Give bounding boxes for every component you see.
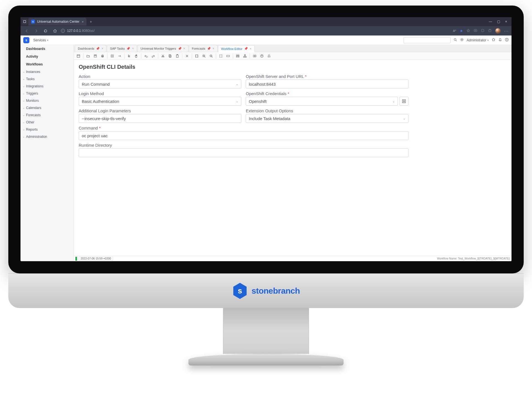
app-logo-icon[interactable]: s bbox=[23, 37, 29, 43]
tb-help-icon[interactable] bbox=[259, 53, 265, 59]
services-menu[interactable]: Services ▾ bbox=[33, 38, 48, 42]
chevron-down-icon: ⌄ bbox=[23, 135, 25, 138]
reader-aa-icon[interactable]: Aᴬ bbox=[453, 29, 456, 33]
credentials-picker-button[interactable] bbox=[400, 97, 408, 106]
close-icon[interactable]: × bbox=[213, 47, 214, 50]
tab-close-icon[interactable]: × bbox=[82, 20, 84, 24]
collections-icon[interactable] bbox=[474, 29, 477, 33]
svg-text:s: s bbox=[238, 286, 242, 295]
address-bar[interactable]: i 127.0.0.1:8080/uc/ bbox=[61, 27, 450, 34]
ext-output-select[interactable]: Include Task Metadata⌄ bbox=[246, 114, 408, 123]
tb-add-icon[interactable] bbox=[109, 53, 115, 59]
chevron-down-icon: ⌄ bbox=[23, 85, 25, 88]
svg-rect-13 bbox=[77, 55, 80, 57]
tb-run-icon[interactable] bbox=[252, 53, 258, 59]
new-tab-button[interactable]: ＋ bbox=[88, 18, 94, 25]
nav-back-button[interactable] bbox=[23, 27, 30, 34]
svg-line-40 bbox=[212, 57, 213, 57]
sidebar-item-instances[interactable]: ⌄Instances bbox=[21, 68, 73, 75]
tb-save-icon[interactable] bbox=[92, 53, 98, 59]
header-gear-icon[interactable] bbox=[460, 38, 464, 42]
chevron-down-icon: ⌄ bbox=[23, 128, 25, 131]
tb-print-icon[interactable] bbox=[99, 53, 106, 59]
tb-layout-h-icon[interactable] bbox=[235, 53, 241, 59]
chevron-down-icon: ⌄ bbox=[23, 114, 25, 116]
tab-overview-button[interactable] bbox=[22, 19, 27, 24]
nav-home-button[interactable] bbox=[52, 27, 58, 34]
browser-toolbar: i 127.0.0.1:8080/uc/ Aᴬ ★ ··· bbox=[21, 26, 511, 35]
profile-avatar[interactable] bbox=[495, 28, 501, 34]
sidebar-item-workflows[interactable]: Workflows bbox=[21, 60, 73, 68]
tab-dashboards[interactable]: Dashboards📌× bbox=[75, 45, 106, 52]
header-search-input[interactable] bbox=[403, 37, 451, 43]
tab-sap-tasks[interactable]: SAP Tasks📌× bbox=[107, 45, 137, 52]
sidebar-item-monitors[interactable]: ⌄Monitors bbox=[21, 97, 73, 104]
tb-zoom-out-icon[interactable] bbox=[208, 53, 214, 59]
tab-universal-monitor-triggers[interactable]: Universal Monitor Triggers📌× bbox=[137, 45, 188, 52]
server-url-label: OpenShift Server and Port URL * bbox=[246, 74, 408, 79]
svg-rect-18 bbox=[102, 55, 103, 55]
tb-redo-icon[interactable] bbox=[150, 53, 156, 59]
close-icon[interactable]: × bbox=[101, 47, 103, 50]
tb-open-icon[interactable] bbox=[85, 53, 91, 59]
sidebar-item-forecasts[interactable]: ⌄Forecasts bbox=[21, 111, 73, 119]
tb-layout-v-icon[interactable] bbox=[242, 53, 248, 59]
sidebar-item-reports[interactable]: ⌄Reports bbox=[21, 126, 73, 133]
tab-workflow-editor[interactable]: Workflow Editor📌× bbox=[218, 45, 255, 52]
tab-favicon-icon: s bbox=[31, 20, 35, 24]
tb-delete-icon[interactable] bbox=[184, 53, 190, 59]
tb-fullscreen-icon[interactable] bbox=[218, 53, 224, 59]
tb-paste-icon[interactable] bbox=[174, 53, 180, 59]
browser-menu-button[interactable]: ··· bbox=[504, 29, 509, 33]
window-maximize-button[interactable]: ▢ bbox=[497, 20, 500, 24]
tb-copy-icon[interactable] bbox=[167, 53, 173, 59]
addl-params-input[interactable]: --insecure-skip-tls-verify bbox=[79, 114, 241, 123]
tb-bell-icon[interactable] bbox=[266, 53, 272, 59]
chevron-down-icon: ⌄ bbox=[23, 106, 25, 109]
tb-pointer-icon[interactable] bbox=[126, 53, 132, 59]
header-help-icon[interactable] bbox=[505, 38, 509, 42]
close-icon[interactable]: × bbox=[183, 47, 185, 50]
tab-forecasts[interactable]: Forecasts📌× bbox=[189, 45, 218, 52]
header-home-icon[interactable] bbox=[492, 38, 495, 42]
favorite-star-icon[interactable]: ★ bbox=[460, 29, 463, 33]
tb-undo-icon[interactable] bbox=[143, 53, 149, 59]
sidebar-item-dashboards[interactable]: Dashboards bbox=[21, 45, 73, 53]
pin-icon: 📌 bbox=[96, 47, 100, 50]
site-info-icon[interactable]: i bbox=[61, 29, 65, 33]
sidebar-item-calendars[interactable]: ⌄Calendars bbox=[21, 104, 73, 111]
close-icon[interactable]: × bbox=[132, 47, 134, 50]
login-method-select[interactable]: Basic Authentication⌄ bbox=[79, 97, 241, 106]
window-minimize-button[interactable]: — bbox=[489, 20, 492, 24]
close-icon[interactable]: × bbox=[250, 47, 252, 51]
search-icon[interactable] bbox=[453, 38, 457, 42]
tb-connect-icon[interactable] bbox=[116, 53, 122, 59]
tb-properties-icon[interactable] bbox=[75, 53, 81, 59]
status-indicator-icon bbox=[75, 257, 77, 261]
credentials-select[interactable]: Openshift⌄ bbox=[246, 97, 398, 106]
browser-tab[interactable]: s Universal Automation Center × bbox=[28, 18, 86, 26]
tb-pan-icon[interactable] bbox=[133, 53, 139, 59]
server-url-input[interactable]: localhost:8443 bbox=[246, 80, 408, 88]
tb-zoom-in-icon[interactable] bbox=[201, 53, 207, 59]
tb-cut-icon[interactable] bbox=[160, 53, 166, 59]
extensions-icon[interactable] bbox=[488, 29, 492, 33]
user-menu[interactable]: Administrator ▾ bbox=[467, 38, 489, 42]
tb-fit-icon[interactable] bbox=[194, 53, 200, 59]
favorites-bar-icon[interactable] bbox=[466, 29, 470, 33]
browser-sync-icon[interactable] bbox=[481, 29, 485, 33]
nav-forward-button[interactable] bbox=[33, 27, 39, 34]
nav-refresh-button[interactable] bbox=[42, 27, 49, 34]
sidebar-item-tasks[interactable]: ⌄Tasks bbox=[21, 75, 73, 83]
command-input[interactable]: oc project uac bbox=[79, 131, 408, 140]
runtime-dir-input[interactable] bbox=[79, 148, 408, 157]
header-bell-icon[interactable] bbox=[498, 38, 502, 42]
tb-actual-size-icon[interactable] bbox=[225, 53, 231, 59]
sidebar-item-administration[interactable]: ⌄Administration bbox=[21, 133, 73, 140]
sidebar-item-triggers[interactable]: ⌄Triggers bbox=[21, 90, 73, 97]
sidebar-item-activity[interactable]: Activity bbox=[21, 53, 73, 60]
window-close-button[interactable]: × bbox=[505, 20, 507, 24]
sidebar-item-integrations[interactable]: ⌄Integrations bbox=[21, 83, 73, 90]
action-select[interactable]: Run Command⌄ bbox=[79, 80, 241, 88]
sidebar-item-other[interactable]: ⌄Other bbox=[21, 119, 73, 126]
